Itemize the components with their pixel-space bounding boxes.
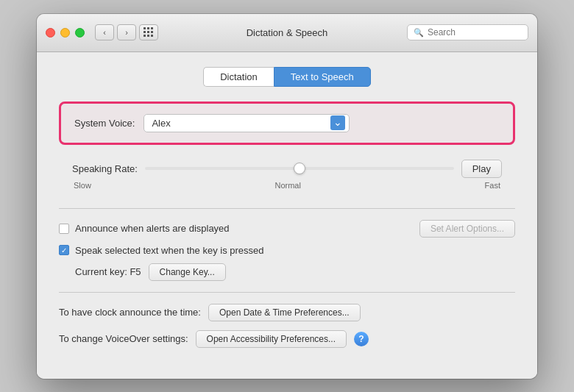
rate-labels: Slow Normal Fast — [72, 181, 502, 190]
speak-selected-label: Speak selected text when the key is pres… — [75, 245, 515, 256]
main-window: ‹ › Dictation & Speech 🔍 Dictation — [37, 14, 537, 379]
content-area: Dictation Text to Speech System Voice: A… — [37, 52, 537, 379]
grid-button[interactable] — [139, 24, 158, 40]
open-date-time-button[interactable]: Open Date & Time Preferences... — [208, 304, 361, 321]
announce-alerts-label: Announce when alerts are displayed — [75, 223, 414, 234]
minimize-button[interactable] — [60, 28, 70, 38]
forward-icon: › — [125, 28, 128, 37]
window-title: Dictation & Speech — [247, 27, 328, 38]
speaking-rate-label: Speaking Rate: — [72, 163, 138, 174]
rate-slider[interactable] — [145, 167, 454, 170]
voiceover-row: To change VoiceOver settings: Open Acces… — [59, 330, 515, 348]
clock-text: To have clock announce the time: — [59, 307, 201, 318]
voice-select-wrapper: Alex Samantha Victoria Fred — [144, 114, 350, 132]
tab-dictation[interactable]: Dictation — [203, 67, 274, 87]
voiceover-text: To change VoiceOver settings: — [59, 333, 188, 344]
close-button[interactable] — [46, 28, 55, 38]
back-icon: ‹ — [103, 28, 106, 37]
current-key-label: Current key: F5 — [75, 266, 141, 277]
speaking-rate-row: Speaking Rate: Play — [72, 160, 502, 178]
traffic-lights — [46, 28, 85, 38]
speak-selected-checkbox[interactable]: ✓ — [59, 245, 69, 255]
search-bar: 🔍 — [407, 24, 528, 40]
divider — [59, 208, 515, 209]
rate-fast: Fast — [485, 181, 500, 190]
help-button[interactable]: ? — [354, 332, 369, 346]
voice-select[interactable]: Alex Samantha Victoria Fred — [144, 114, 350, 132]
system-voice-label: System Voice: — [74, 118, 135, 129]
tab-text-to-speech[interactable]: Text to Speech — [274, 67, 371, 87]
search-input[interactable] — [428, 27, 522, 38]
open-accessibility-button[interactable]: Open Accessibility Preferences... — [196, 330, 347, 348]
play-button[interactable]: Play — [461, 160, 502, 178]
announce-alerts-row: Announce when alerts are displayed Set A… — [59, 220, 515, 238]
nav-buttons: ‹ › — [95, 24, 136, 40]
back-button[interactable]: ‹ — [95, 24, 114, 40]
system-voice-row: System Voice: Alex Samantha Victoria Fre… — [74, 114, 500, 132]
rate-normal: Normal — [274, 181, 300, 190]
grid-icon — [144, 27, 154, 38]
clock-row: To have clock announce the time: Open Da… — [59, 304, 515, 321]
maximize-button[interactable] — [75, 28, 85, 38]
tab-bar: Dictation Text to Speech — [59, 67, 515, 87]
announce-alerts-checkbox[interactable] — [59, 224, 69, 234]
current-key-row: Current key: F5 Change Key... — [75, 263, 515, 281]
search-icon: 🔍 — [414, 28, 424, 38]
rate-slider-area — [145, 167, 454, 170]
speaking-rate-section: Speaking Rate: Play Slow Normal Fast — [59, 152, 515, 197]
forward-button[interactable]: › — [117, 24, 136, 40]
rate-slow: Slow — [74, 181, 91, 190]
titlebar: ‹ › Dictation & Speech 🔍 — [37, 14, 537, 52]
divider-2 — [59, 292, 515, 293]
speak-selected-row: ✓ Speak selected text when the key is pr… — [59, 245, 515, 256]
system-voice-box: System Voice: Alex Samantha Victoria Fre… — [59, 101, 515, 145]
set-alert-options-button[interactable]: Set Alert Options... — [419, 220, 515, 238]
change-key-button[interactable]: Change Key... — [149, 263, 226, 281]
